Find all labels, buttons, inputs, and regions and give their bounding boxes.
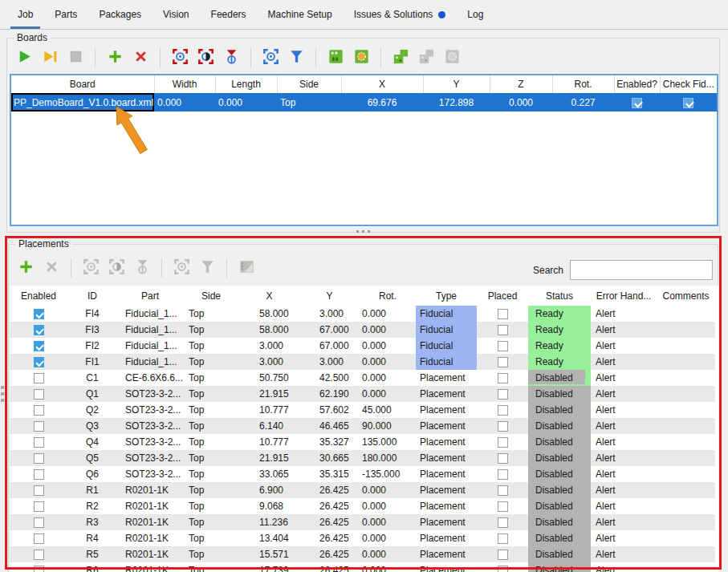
placement-enabled-checkbox[interactable] [34, 389, 44, 400]
placement-row-fi2[interactable]: FI2Fiducial_1...Top3.00067.0000.000Fiduc… [10, 338, 715, 354]
placement-row-q2[interactable]: Q2SOT23-3-2...Top10.77757.60245.000Place… [10, 402, 715, 418]
panel-fiducial-check-button[interactable] [440, 47, 464, 69]
column-header[interactable]: Z [490, 75, 552, 93]
tab-machine-setup[interactable]: Machine Setup [258, 0, 342, 29]
placement-placed-checkbox[interactable] [498, 566, 508, 572]
column-header[interactable]: Side [183, 286, 239, 306]
board-row[interactable]: PP_DemoBoard_V1.0.board.xml0.0000.000Top… [11, 93, 717, 112]
placement-row-q3[interactable]: Q3SOT23-3-2...Top6.14046.46590.000Placem… [10, 418, 715, 434]
tab-vision[interactable]: Vision [153, 0, 198, 29]
capture-camera-location-button[interactable] [79, 257, 103, 279]
column-header[interactable]: Rot. [552, 75, 614, 93]
placement-enabled-checkbox[interactable] [34, 421, 44, 432]
placement-enabled-checkbox[interactable] [34, 566, 44, 572]
column-header[interactable]: Check Fid... [660, 75, 717, 93]
vertical-splitter-handle[interactable] [1, 386, 4, 402]
edit-placement-button[interactable] [234, 257, 258, 279]
check-fiducials-button[interactable] [349, 47, 373, 69]
placement-placed-checkbox[interactable] [498, 357, 508, 367]
column-header[interactable]: Type [416, 286, 477, 306]
placement-enabled-checkbox[interactable] [34, 357, 44, 367]
placement-placed-checkbox[interactable] [498, 421, 508, 432]
placement-placed-checkbox[interactable] [498, 485, 508, 496]
column-header[interactable]: X [239, 286, 299, 306]
placement-row-r1[interactable]: R1R0201-1KTop6.90026.4250.000PlacementDi… [10, 482, 715, 498]
placement-enabled-checkbox[interactable] [34, 469, 44, 480]
placement-row-c1[interactable]: C1CE-6.6X6.6...Top50.75042.5000.000Place… [10, 370, 715, 386]
move-camera-to-board-button[interactable] [258, 47, 283, 69]
capture-nozzle-location-button[interactable] [193, 47, 218, 69]
placement-enabled-checkbox[interactable] [34, 437, 44, 448]
placement-row-fi3[interactable]: FI3Fiducial_1...Top58.00067.0000.000Fidu… [10, 322, 715, 338]
remove-board-button[interactable] [128, 47, 153, 69]
remove-placement-button[interactable] [39, 257, 63, 279]
placement-row-r5[interactable]: R5R0201-1KTop15.57126.4250.000PlacementD… [10, 546, 715, 562]
column-header[interactable]: Enabled? [614, 75, 660, 93]
column-header[interactable]: Status [528, 286, 591, 306]
capture-camera-location-button[interactable] [168, 47, 192, 69]
column-header[interactable]: Y [299, 286, 360, 306]
placement-row-fi4[interactable]: FI4Fiducial_1...Top58.0003.0000.000Fiduc… [10, 306, 715, 322]
placement-placed-checkbox[interactable] [498, 533, 508, 544]
stop-job-button[interactable] [63, 47, 87, 69]
placement-placed-checkbox[interactable] [498, 517, 508, 528]
column-header[interactable]: Enabled [10, 286, 67, 306]
placement-enabled-checkbox[interactable] [34, 373, 44, 383]
placement-placed-checkbox[interactable] [498, 501, 508, 512]
placement-enabled-checkbox[interactable] [34, 501, 44, 512]
placement-enabled-checkbox[interactable] [34, 405, 44, 416]
run-job-button[interactable] [12, 47, 36, 69]
placement-placed-checkbox[interactable] [498, 453, 508, 464]
capture-rotation-button[interactable] [219, 47, 243, 69]
placement-row-q6[interactable]: Q6SOT23-3-2...Top33.06535.315-135.000Pla… [10, 466, 715, 482]
placement-enabled-checkbox[interactable] [34, 533, 44, 544]
capture-rotation-button[interactable] [130, 257, 154, 279]
move-camera-to-placement-button[interactable] [169, 257, 193, 279]
placement-placed-checkbox[interactable] [498, 389, 508, 400]
column-header[interactable]: Error Hand... [591, 286, 657, 306]
placement-placed-checkbox[interactable] [498, 373, 508, 383]
placement-placed-checkbox[interactable] [498, 437, 508, 448]
placement-enabled-checkbox[interactable] [34, 485, 44, 496]
placement-row-r2[interactable]: R2R0201-1KTop9.06826.4250.000PlacementDi… [10, 498, 715, 514]
board-enabled-checkbox[interactable] [632, 98, 642, 108]
placement-row-q4[interactable]: Q4SOT23-3-2...Top10.77735.327135.000Plac… [10, 434, 715, 450]
placement-placed-checkbox[interactable] [498, 341, 508, 351]
column-header[interactable]: Y [423, 75, 490, 93]
column-header[interactable]: Rot. [360, 286, 416, 306]
column-header[interactable]: X [341, 75, 423, 93]
placement-placed-checkbox[interactable] [498, 469, 508, 480]
move-nozzle-to-board-button[interactable] [284, 47, 308, 69]
horizontal-splitter-handle[interactable] [356, 230, 370, 233]
board-check-fiducials-checkbox[interactable] [683, 98, 693, 108]
placement-enabled-checkbox[interactable] [34, 341, 44, 351]
placement-enabled-checkbox[interactable] [34, 453, 44, 464]
placement-row-q5[interactable]: Q5SOT23-3-2...Top21.91530.665180.000Plac… [10, 450, 715, 466]
placement-placed-checkbox[interactable] [498, 309, 508, 319]
panelize-button[interactable] [388, 47, 413, 69]
placement-placed-checkbox[interactable] [498, 325, 508, 335]
search-input[interactable] [570, 260, 713, 280]
column-header[interactable]: Board [11, 75, 154, 93]
placement-row-r6[interactable]: R6R0201-1KTop17.73926.4250.000PlacementD… [10, 562, 715, 572]
column-header[interactable]: Part [117, 286, 183, 306]
placement-enabled-checkbox[interactable] [34, 517, 44, 528]
column-header[interactable]: Comments [657, 286, 715, 306]
tab-feeders[interactable]: Feeders [201, 0, 256, 29]
tab-parts[interactable]: Parts [45, 0, 87, 29]
placement-enabled-checkbox[interactable] [34, 550, 44, 560]
tab-issues-solutions[interactable]: Issues & Solutions [344, 0, 456, 29]
capture-nozzle-location-button[interactable] [104, 257, 128, 279]
placement-row-r3[interactable]: R3R0201-1KTop11.23626.4250.000PlacementD… [10, 514, 715, 530]
tab-job[interactable]: Job [8, 0, 43, 29]
move-nozzle-to-placement-button[interactable] [195, 257, 219, 279]
add-placement-button[interactable] [14, 257, 38, 279]
placement-row-r4[interactable]: R4R0201-1KTop13.40426.4250.000PlacementD… [10, 530, 715, 546]
placement-enabled-checkbox[interactable] [34, 325, 44, 335]
add-board-button[interactable] [103, 47, 127, 69]
column-header[interactable]: Side [277, 75, 341, 93]
column-header[interactable]: ID [67, 286, 117, 306]
locate-board-button[interactable] [323, 47, 348, 69]
placement-enabled-checkbox[interactable] [34, 309, 44, 319]
placement-row-fi1[interactable]: FI1Fiducial_1...Top3.0003.0000.000Fiduci… [10, 354, 715, 370]
